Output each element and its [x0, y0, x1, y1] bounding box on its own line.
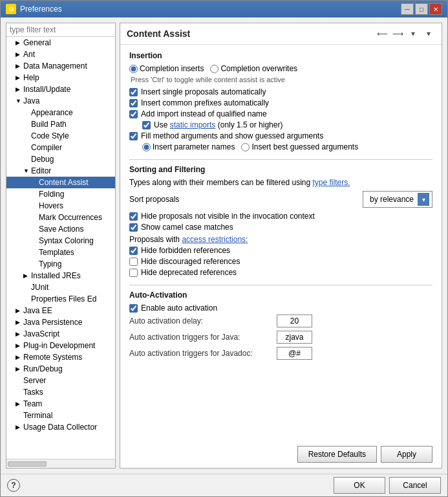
tree-item-java-ee[interactable]: ▶Java EE [6, 305, 115, 316]
hide-forbidden-label: Hide forbidden references [141, 246, 230, 255]
static-imports-link[interactable]: static imports [170, 120, 216, 129]
restore-apply-bar: Restore Defaults Apply [120, 442, 442, 468]
forward-icon[interactable]: ⟶ [391, 27, 404, 40]
single-proposals-label: Insert single proposals automatically [141, 87, 266, 96]
completion-overwrites-option[interactable]: Completion overwrites [210, 64, 297, 73]
java-triggers-label: Auto activation triggers for Java: [129, 333, 272, 342]
back-icon[interactable]: ⟵ [376, 27, 389, 40]
add-import-checkbox[interactable] [129, 110, 138, 118]
ok-cancel-area: OK Cancel [334, 477, 441, 494]
tree-item-editor[interactable]: ▼Editor [6, 165, 115, 177]
tree-item-general[interactable]: ▶General [6, 37, 115, 49]
tree-item-usage-data[interactable]: ▶Usage Data Collector [6, 421, 115, 433]
enable-auto-activation-checkbox[interactable] [129, 304, 138, 313]
insert-param-names-label: Insert parameter names [153, 142, 235, 151]
completion-inserts-label: Completion inserts [140, 64, 204, 73]
tree-item-mark-occurrences[interactable]: Mark Occurrences [6, 212, 115, 223]
tree-item-syntax-coloring[interactable]: Syntax Coloring [6, 235, 115, 247]
access-restrictions-link[interactable]: access restrictions: [182, 235, 248, 244]
tree-item-appearance[interactable]: Appearance [6, 107, 115, 118]
type-filters-row: Types along with their members can be fi… [129, 178, 432, 187]
tree-item-hovers[interactable]: Hovers [6, 200, 115, 212]
hide-discouraged-checkbox[interactable] [129, 258, 138, 266]
ctrl-hint: Press 'Ctrl' to toggle while content ass… [129, 76, 432, 83]
tree-item-install-update[interactable]: ▶Install/Update [6, 83, 115, 95]
tree-item-java[interactable]: ▼Java [6, 95, 115, 107]
sort-dropdown-arrow-icon[interactable]: ▾ [418, 193, 429, 206]
hide-forbidden-checkbox[interactable] [129, 247, 138, 255]
tree-item-plugin-dev[interactable]: ▶Plug-in Development [6, 340, 115, 351]
apply-button[interactable]: Apply [381, 446, 432, 463]
static-imports-checkbox[interactable] [142, 121, 151, 129]
filter-input[interactable] [6, 23, 115, 37]
window-controls[interactable]: ─ □ ✕ [401, 3, 442, 15]
common-prefixes-checkbox[interactable] [129, 99, 138, 107]
camel-case-checkbox[interactable] [129, 223, 138, 232]
java-triggers-field-row: Auto activation triggers for Java: [129, 331, 432, 344]
maximize-button[interactable]: □ [415, 3, 428, 15]
help-button[interactable]: ? [7, 479, 20, 492]
cancel-button[interactable]: Cancel [389, 477, 441, 494]
tree-item-templates[interactable]: Templates [6, 247, 115, 258]
completion-overwrites-label: Completion overwrites [220, 64, 297, 73]
tree-item-junit[interactable]: JUnit [6, 282, 115, 293]
bottom-bar: ? OK Cancel [1, 474, 447, 496]
hide-not-visible-checkbox[interactable] [129, 212, 138, 221]
ok-button[interactable]: OK [334, 477, 385, 494]
tree-item-team[interactable]: ▶Team [6, 398, 115, 410]
type-filters-link[interactable]: type filters. [312, 178, 350, 187]
tree-item-javascript[interactable]: ▶JavaScript [6, 328, 115, 340]
tree-item-installed-jres[interactable]: ▶Installed JREs [6, 270, 115, 282]
horizontal-scrollbar[interactable] [6, 459, 115, 468]
insertion-section: Insertion Completion inserts Completion … [129, 51, 432, 151]
insert-param-names-option[interactable]: Insert parameter names [142, 142, 235, 151]
delay-input[interactable] [277, 315, 312, 327]
tree-item-debug[interactable]: Debug [6, 153, 115, 165]
proposals-with-text: Proposals with [129, 235, 182, 244]
java-triggers-input[interactable] [277, 331, 312, 344]
tree-item-tasks[interactable]: Tasks [6, 386, 115, 398]
tree-item-java-persistence[interactable]: ▶Java Persistence [6, 316, 115, 328]
tree-item-remote-systems[interactable]: ▶Remote Systems [6, 351, 115, 363]
tree-item-terminal[interactable]: Terminal [6, 410, 115, 421]
completion-overwrites-radio[interactable] [210, 65, 219, 73]
completion-inserts-option[interactable]: Completion inserts [129, 64, 204, 73]
sort-select[interactable]: by relevance ▾ [363, 191, 432, 208]
completion-inserts-radio[interactable] [129, 65, 138, 73]
tree-item-run-debug[interactable]: ▶Run/Debug [6, 363, 115, 375]
javadoc-triggers-input[interactable] [277, 347, 312, 360]
insert-param-names-radio[interactable] [142, 143, 151, 151]
insert-best-guessed-radio[interactable] [241, 143, 250, 151]
completion-radio-row: Completion inserts Completion overwrites [129, 64, 432, 73]
tree-item-properties-files[interactable]: Properties Files Ed [6, 293, 115, 305]
sort-proposals-row: Sort proposals by relevance ▾ [129, 191, 432, 208]
sorting-filtering-section: Sorting and Filtering Types along with t… [129, 165, 432, 277]
tree-item-data-mgmt[interactable]: ▶Data Management [6, 60, 115, 72]
dropdown-icon[interactable]: ▾ [407, 27, 420, 40]
auto-activation-section: Auto-Activation Enable auto activation A… [129, 291, 432, 360]
restore-defaults-button[interactable]: Restore Defaults [297, 446, 377, 463]
tree-item-server[interactable]: Server [6, 375, 115, 386]
minimize-button[interactable]: ─ [401, 3, 414, 15]
tree-item-compiler[interactable]: Compiler [6, 142, 115, 153]
hide-deprecated-checkbox[interactable] [129, 269, 138, 277]
single-proposals-checkbox[interactable] [129, 88, 138, 96]
tree-item-help[interactable]: ▶Help [6, 72, 115, 83]
tree-item-typing[interactable]: Typing [6, 258, 115, 270]
header-icons: ⟵ ⟶ ▾ ▾ [376, 27, 435, 40]
insert-best-guessed-option[interactable]: Insert best guessed arguments [241, 142, 358, 151]
fill-method-checkbox[interactable] [129, 132, 138, 140]
tree-item-code-style[interactable]: Code Style [6, 130, 115, 142]
menu-icon[interactable]: ▾ [422, 27, 435, 40]
tree-item-ant[interactable]: ▶Ant [6, 49, 115, 60]
tree-item-content-assist[interactable]: Content Assist [6, 177, 115, 188]
tree-item-build-path[interactable]: Build Path [6, 118, 115, 130]
title-bar: ⚙ Preferences ─ □ ✕ [1, 1, 447, 17]
window-title: Preferences [20, 5, 62, 14]
tree-item-save-actions[interactable]: Save Actions [6, 223, 115, 235]
tree-item-folding[interactable]: Folding [6, 188, 115, 200]
camel-case-label: Show camel case matches [141, 223, 233, 232]
close-button[interactable]: ✕ [429, 3, 442, 15]
sort-selected-value: by relevance [366, 193, 418, 205]
cb-fill-method: Fill method arguments and show guessed a… [129, 131, 432, 140]
